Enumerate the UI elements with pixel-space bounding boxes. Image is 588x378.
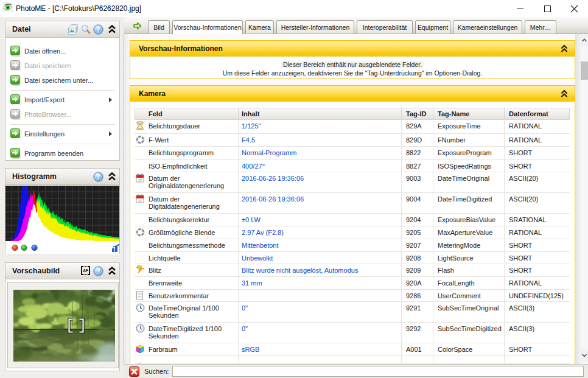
svg-text:17: 17: [138, 178, 142, 182]
svg-text:17: 17: [138, 199, 142, 203]
svg-text:?: ?: [96, 268, 100, 275]
svg-text:AF: AF: [83, 268, 88, 273]
svg-text:?: ?: [96, 173, 100, 180]
svg-text:?: ?: [96, 26, 100, 33]
